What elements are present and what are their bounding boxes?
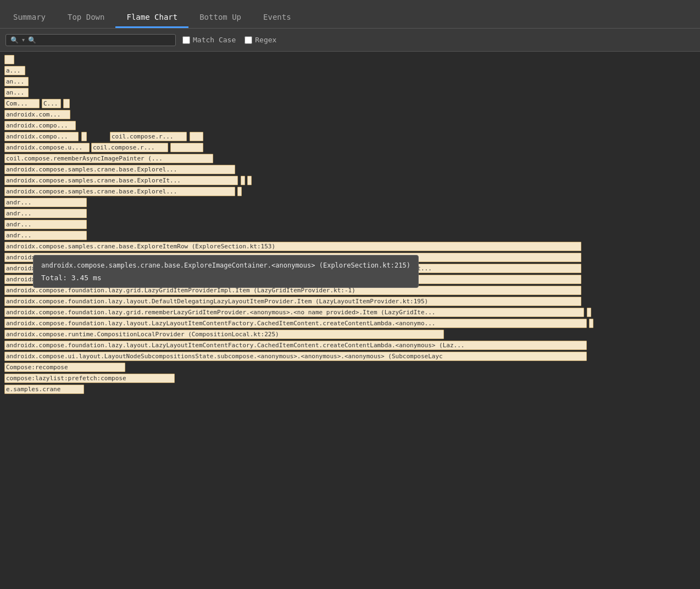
- flame-block[interactable]: androidx.compose.foundation.lazy.grid.re…: [4, 308, 584, 317]
- flame-block[interactable]: androidx.compose.foundation.lazy.layout.…: [4, 341, 587, 350]
- flame-block[interactable]: androidx.compose.samples.crane.base.Expl…: [4, 187, 235, 196]
- flame-block[interactable]: androidx.compose.foundation.lazy.grid.La…: [4, 286, 581, 295]
- flame-row: Com...C...: [0, 99, 700, 109]
- flame-block[interactable]: androidx.compose.foundation.lazy.grid.it…: [4, 253, 581, 262]
- flame-block[interactable]: andr...: [4, 220, 87, 229]
- flame-block[interactable]: [63, 99, 70, 108]
- flame-row: Compose:recompose: [0, 363, 700, 373]
- filter-options: Match Case Regex: [182, 36, 276, 44]
- flame-row: coil.compose.rememberAsyncImagePainter (…: [0, 154, 700, 164]
- flame-row: androidx.compo...coil.compose.r...: [0, 132, 700, 142]
- flame-row: andr...: [0, 220, 700, 230]
- search-icon: 🔍: [10, 36, 19, 44]
- regex-checkbox[interactable]: [245, 36, 252, 44]
- flame-row: androidx.com...: [0, 110, 700, 120]
- flame-block[interactable]: coil.compose.r...: [110, 132, 187, 141]
- flame-block[interactable]: e.samples.crane: [4, 385, 84, 394]
- flame-row: [0, 55, 700, 65]
- tab-summary[interactable]: Summary: [2, 7, 57, 28]
- flame-row: andr...: [0, 231, 700, 241]
- flame-row: androidx.compose.foundation.lazy.layout.…: [0, 341, 700, 351]
- flame-block[interactable]: an...: [4, 77, 29, 86]
- regex-label: Regex: [255, 36, 276, 44]
- flame-row: andr...: [0, 198, 700, 208]
- flame-row: androidx.compo...: [0, 121, 700, 131]
- search-bar: 🔍 ▾ Match Case Regex: [0, 29, 700, 52]
- flame-block[interactable]: [587, 308, 591, 317]
- flame-row: androidx.compose.foundation.lazy.grid.Co…: [0, 264, 700, 274]
- flame-block[interactable]: andr...: [4, 231, 87, 240]
- flame-row: androidx.compose.u...coil.compose.r...: [0, 143, 700, 153]
- regex-option[interactable]: Regex: [245, 36, 276, 44]
- tabs-bar: Summary Top Down Flame Chart Bottom Up E…: [0, 0, 700, 29]
- flame-block[interactable]: androidx.compo...: [4, 132, 79, 141]
- flame-block[interactable]: androidx.compose.samples.crane.base.Expl…: [4, 176, 238, 185]
- flame-row: androidx.compose.samples.crane.base.Expl…: [0, 176, 700, 186]
- flame-row: androidx.compose.ui.layout.LayoutNodeSub…: [0, 352, 700, 362]
- flame-row: androidx.compose.foundation.lazy.grid.it…: [0, 253, 700, 263]
- flame-chart-area: a...an...an...Com...C...androidx.com...a…: [0, 52, 700, 589]
- flame-block[interactable]: [190, 132, 203, 141]
- flame-block[interactable]: androidx.compose.ui.layout.LayoutNodeSub…: [4, 352, 587, 361]
- flame-block[interactable]: coil.compose.r...: [91, 143, 168, 152]
- flame-row: androidx.compose.samples.crane.base.Expl…: [0, 165, 700, 175]
- flame-block[interactable]: [4, 55, 14, 64]
- match-case-checkbox[interactable]: [182, 36, 190, 44]
- flame-block[interactable]: androidx.com...: [4, 110, 70, 119]
- flame-block[interactable]: androidx.compose.u...: [4, 143, 90, 152]
- flame-block[interactable]: androidx.compose.foundation.lazy.layout.…: [4, 297, 581, 306]
- flame-block[interactable]: androidx.compose.samples.crane.base.Expl…: [4, 165, 235, 174]
- flame-block[interactable]: andr...: [4, 209, 87, 218]
- flame-row: an...: [0, 88, 700, 98]
- search-filter-button[interactable]: ▾: [21, 37, 26, 43]
- flame-row: a...: [0, 66, 700, 76]
- flame-block[interactable]: [170, 143, 203, 152]
- flame-block[interactable]: Compose:recompose: [4, 363, 125, 372]
- tab-top-down[interactable]: Top Down: [57, 7, 115, 28]
- flame-block[interactable]: androidx.compose.foundation.lazy.layout.…: [4, 319, 587, 328]
- flame-row: e.samples.crane: [0, 385, 700, 395]
- flame-block[interactable]: Com...: [4, 99, 40, 108]
- flame-row: compose:lazylist:prefetch:compose: [0, 374, 700, 384]
- flame-row: androidx.compose.foundation.lazy.layout.…: [0, 297, 700, 307]
- match-case-label: Match Case: [193, 36, 236, 44]
- tab-events[interactable]: Events: [252, 7, 302, 28]
- flame-row: androidx.compose.foundation.lazy.layout.…: [0, 275, 700, 285]
- flame-block[interactable]: androidx.compose.foundation.lazy.layout.…: [4, 275, 581, 284]
- flame-row: androidx.compose.foundation.lazy.grid.La…: [0, 286, 700, 296]
- search-input-wrap: 🔍 ▾: [5, 34, 176, 46]
- flame-block[interactable]: [81, 132, 87, 141]
- tab-bottom-up[interactable]: Bottom Up: [188, 7, 252, 28]
- flame-block[interactable]: androidx.compose.foundation.lazy.grid.Co…: [4, 264, 581, 273]
- flame-block[interactable]: andr...: [4, 198, 87, 207]
- flame-row: an...: [0, 77, 700, 87]
- flame-block[interactable]: [589, 319, 593, 328]
- flame-row: androidx.compose.foundation.lazy.grid.re…: [0, 308, 700, 318]
- flame-block[interactable]: androidx.compose.runtime.CompositionLoca…: [4, 330, 444, 339]
- flame-block[interactable]: [237, 187, 242, 196]
- flame-block[interactable]: androidx.compo...: [4, 121, 76, 130]
- flame-row: androidx.compose.runtime.CompositionLoca…: [0, 330, 700, 340]
- flame-block[interactable]: C...: [42, 99, 61, 108]
- match-case-option[interactable]: Match Case: [182, 36, 236, 44]
- flame-block[interactable]: androidx.compose.samples.crane.base.Expl…: [4, 242, 581, 251]
- flame-block[interactable]: [247, 176, 252, 185]
- tab-flame-chart[interactable]: Flame Chart: [115, 7, 188, 28]
- flame-block[interactable]: an...: [4, 88, 29, 97]
- flame-row: androidx.compose.samples.crane.base.Expl…: [0, 187, 700, 197]
- flame-row: androidx.compose.foundation.lazy.layout.…: [0, 319, 700, 329]
- flame-block[interactable]: a...: [4, 66, 25, 75]
- search-input[interactable]: [28, 36, 171, 44]
- flame-block[interactable]: coil.compose.rememberAsyncImagePainter (…: [4, 154, 213, 163]
- flame-row: androidx.compose.samples.crane.base.Expl…: [0, 242, 700, 252]
- flame-block[interactable]: compose:lazylist:prefetch:compose: [4, 374, 175, 383]
- flame-block[interactable]: [241, 176, 245, 185]
- flame-row: andr...: [0, 209, 700, 219]
